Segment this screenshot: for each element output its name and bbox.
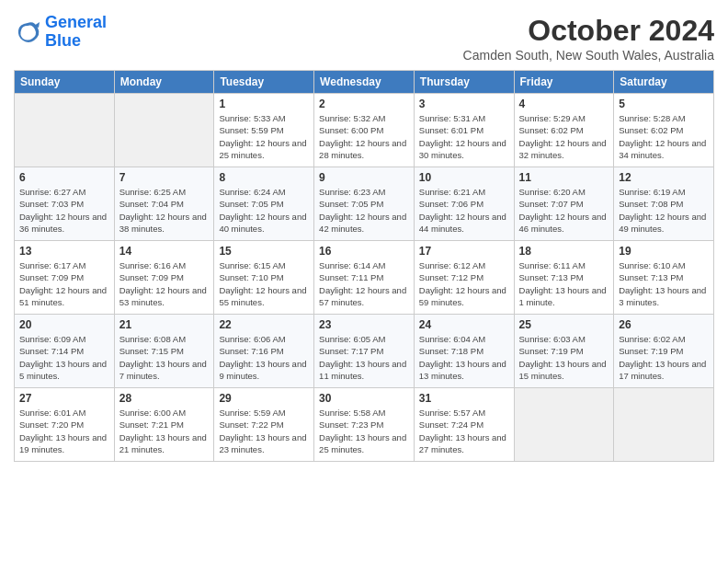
- day-number: 3: [419, 98, 509, 110]
- day-info: Sunrise: 6:01 AM Sunset: 7:20 PM Dayligh…: [19, 407, 109, 455]
- daylight-hours: Daylight: 13 hours and 17 minutes.: [619, 359, 706, 381]
- calendar-day: 21 Sunrise: 6:08 AM Sunset: 7:15 PM Dayl…: [114, 315, 214, 388]
- day-number: 14: [119, 245, 210, 258]
- daylight-hours: Daylight: 12 hours and 55 minutes.: [219, 285, 306, 307]
- sunset-time: Sunset: 7:19 PM: [619, 346, 683, 356]
- sunset-time: Sunset: 7:05 PM: [219, 199, 283, 209]
- daylight-hours: Daylight: 12 hours and 30 minutes.: [419, 138, 506, 160]
- sunset-time: Sunset: 6:01 PM: [419, 125, 483, 135]
- daylight-hours: Daylight: 12 hours and 36 minutes.: [19, 212, 107, 234]
- weekday-header-friday: Friday: [514, 71, 614, 94]
- day-info: Sunrise: 6:24 AM Sunset: 7:05 PM Dayligh…: [219, 186, 309, 235]
- day-info: Sunrise: 6:12 AM Sunset: 7:12 PM Dayligh…: [419, 259, 509, 308]
- sunrise-time: Sunrise: 6:10 AM: [619, 260, 685, 270]
- day-info: Sunrise: 6:17 AM Sunset: 7:09 PM Dayligh…: [19, 259, 109, 308]
- day-info: Sunrise: 6:11 AM Sunset: 7:13 PM Dayligh…: [519, 259, 609, 308]
- calendar-day: [514, 388, 614, 462]
- day-info: Sunrise: 5:28 AM Sunset: 6:02 PM Dayligh…: [619, 112, 709, 161]
- sunrise-time: Sunrise: 6:02 AM: [619, 334, 685, 344]
- day-number: 16: [319, 245, 409, 258]
- day-number: 31: [419, 392, 509, 405]
- sunset-time: Sunset: 7:12 PM: [419, 272, 483, 282]
- sunrise-time: Sunrise: 6:23 AM: [319, 187, 385, 197]
- daylight-hours: Daylight: 12 hours and 40 minutes.: [219, 212, 306, 234]
- sunset-time: Sunset: 7:05 PM: [319, 199, 383, 209]
- daylight-hours: Daylight: 12 hours and 34 minutes.: [619, 138, 706, 160]
- calendar-day: 30 Sunrise: 5:58 AM Sunset: 7:23 PM Dayl…: [314, 388, 415, 462]
- calendar-day: 2 Sunrise: 5:32 AM Sunset: 6:00 PM Dayli…: [314, 94, 415, 167]
- sunset-time: Sunset: 7:09 PM: [19, 272, 84, 282]
- title-area: October 2024 Camden South, New South Wal…: [463, 14, 714, 63]
- day-number: 30: [319, 392, 409, 405]
- calendar-day: 23 Sunrise: 6:05 AM Sunset: 7:17 PM Dayl…: [314, 315, 415, 388]
- sunrise-time: Sunrise: 5:32 AM: [319, 113, 385, 123]
- sunset-time: Sunset: 7:15 PM: [119, 346, 184, 356]
- calendar-day: 11 Sunrise: 6:20 AM Sunset: 7:07 PM Dayl…: [514, 167, 614, 241]
- sunrise-time: Sunrise: 5:31 AM: [419, 113, 485, 123]
- day-number: 25: [519, 318, 609, 331]
- day-info: Sunrise: 6:03 AM Sunset: 7:19 PM Dayligh…: [519, 333, 609, 382]
- day-number: 2: [319, 98, 409, 110]
- sunrise-time: Sunrise: 6:08 AM: [119, 334, 186, 344]
- day-number: 4: [519, 98, 609, 110]
- day-number: 10: [419, 171, 509, 184]
- day-number: 11: [519, 171, 609, 184]
- daylight-hours: Daylight: 13 hours and 21 minutes.: [119, 432, 207, 454]
- calendar-week-3: 13 Sunrise: 6:17 AM Sunset: 7:09 PM Dayl…: [15, 241, 714, 315]
- page-header: General Blue October 2024 Camden South, …: [14, 14, 714, 63]
- day-info: Sunrise: 5:58 AM Sunset: 7:23 PM Dayligh…: [319, 407, 409, 455]
- sunset-time: Sunset: 7:23 PM: [319, 419, 383, 430]
- day-info: Sunrise: 6:15 AM Sunset: 7:10 PM Dayligh…: [219, 259, 309, 308]
- daylight-hours: Daylight: 12 hours and 44 minutes.: [419, 212, 506, 234]
- calendar-day: 18 Sunrise: 6:11 AM Sunset: 7:13 PM Dayl…: [514, 241, 614, 315]
- calendar-day: [15, 94, 115, 167]
- day-info: Sunrise: 5:57 AM Sunset: 7:24 PM Dayligh…: [419, 407, 509, 455]
- day-number: 26: [619, 318, 709, 331]
- day-number: 20: [19, 318, 109, 331]
- sunrise-time: Sunrise: 6:01 AM: [19, 408, 85, 418]
- sunrise-time: Sunrise: 6:17 AM: [19, 260, 85, 270]
- logo: General Blue: [14, 14, 107, 51]
- day-number: 7: [119, 171, 210, 184]
- calendar-day: 19 Sunrise: 6:10 AM Sunset: 7:13 PM Dayl…: [614, 241, 714, 315]
- sunrise-time: Sunrise: 6:09 AM: [19, 334, 85, 344]
- sunrise-time: Sunrise: 6:05 AM: [319, 334, 385, 344]
- daylight-hours: Daylight: 13 hours and 25 minutes.: [319, 432, 406, 454]
- day-info: Sunrise: 6:19 AM Sunset: 7:08 PM Dayligh…: [619, 186, 709, 235]
- calendar-week-2: 6 Sunrise: 6:27 AM Sunset: 7:03 PM Dayli…: [15, 167, 714, 241]
- daylight-hours: Daylight: 13 hours and 9 minutes.: [219, 359, 306, 381]
- day-info: Sunrise: 6:04 AM Sunset: 7:18 PM Dayligh…: [419, 333, 509, 382]
- calendar-day: 17 Sunrise: 6:12 AM Sunset: 7:12 PM Dayl…: [414, 241, 514, 315]
- sunset-time: Sunset: 7:04 PM: [119, 199, 184, 209]
- weekday-header-thursday: Thursday: [414, 71, 514, 94]
- daylight-hours: Daylight: 13 hours and 7 minutes.: [119, 359, 207, 381]
- daylight-hours: Daylight: 12 hours and 28 minutes.: [319, 138, 406, 160]
- calendar-day: 12 Sunrise: 6:19 AM Sunset: 7:08 PM Dayl…: [614, 167, 714, 241]
- sunrise-time: Sunrise: 6:03 AM: [519, 334, 586, 344]
- sunrise-time: Sunrise: 6:14 AM: [319, 260, 385, 270]
- sunset-time: Sunset: 7:21 PM: [119, 419, 184, 430]
- day-info: Sunrise: 5:32 AM Sunset: 6:00 PM Dayligh…: [319, 112, 409, 161]
- sunset-time: Sunset: 7:24 PM: [419, 419, 483, 430]
- daylight-hours: Daylight: 13 hours and 19 minutes.: [19, 432, 107, 454]
- day-number: 28: [119, 392, 210, 405]
- daylight-hours: Daylight: 13 hours and 27 minutes.: [419, 432, 506, 454]
- weekday-header-wednesday: Wednesday: [314, 71, 415, 94]
- day-info: Sunrise: 6:16 AM Sunset: 7:09 PM Dayligh…: [119, 259, 210, 308]
- sunrise-time: Sunrise: 6:27 AM: [19, 187, 85, 197]
- day-number: 19: [619, 245, 709, 258]
- calendar-day: 24 Sunrise: 6:04 AM Sunset: 7:18 PM Dayl…: [414, 315, 514, 388]
- weekday-header-row: SundayMondayTuesdayWednesdayThursdayFrid…: [15, 71, 714, 94]
- logo-text: General Blue: [45, 14, 107, 51]
- daylight-hours: Daylight: 12 hours and 57 minutes.: [319, 285, 406, 307]
- sunrise-time: Sunrise: 5:29 AM: [519, 113, 586, 123]
- daylight-hours: Daylight: 12 hours and 46 minutes.: [519, 212, 607, 234]
- daylight-hours: Daylight: 13 hours and 13 minutes.: [419, 359, 506, 381]
- sunrise-time: Sunrise: 6:00 AM: [119, 408, 186, 418]
- location-subtitle: Camden South, New South Wales, Australia: [463, 48, 714, 63]
- sunrise-time: Sunrise: 6:20 AM: [519, 187, 586, 197]
- daylight-hours: Daylight: 12 hours and 51 minutes.: [19, 285, 107, 307]
- day-number: 13: [19, 245, 109, 258]
- day-number: 18: [519, 245, 609, 258]
- calendar-day: 28 Sunrise: 6:00 AM Sunset: 7:21 PM Dayl…: [114, 388, 214, 462]
